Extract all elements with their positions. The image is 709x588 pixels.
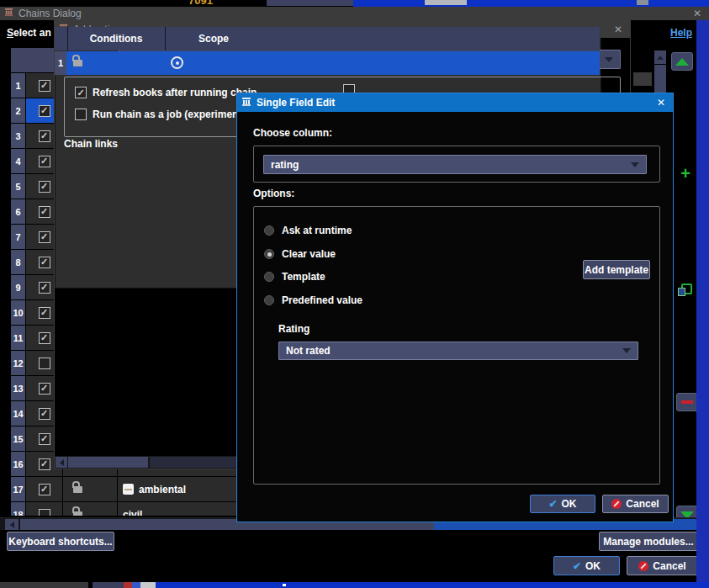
scope-target-icon	[171, 56, 183, 69]
chain-name-cell[interactable]: ambiental	[118, 477, 238, 501]
row-number: 7	[11, 225, 25, 249]
sfe-ok-button[interactable]: ✔OK	[530, 495, 595, 513]
chain-name-cell[interactable]: civil	[118, 502, 238, 516]
keyboard-shortcuts-button[interactable]: Keyboard shortcuts...	[7, 532, 114, 551]
row-number: 1	[11, 73, 25, 98]
main-window-top-edge: 7091	[0, 0, 709, 7]
conditions-column-header[interactable]: Conditions	[67, 27, 164, 50]
chain-enabled-checkbox[interactable]: ✓	[39, 156, 50, 167]
radio-icon[interactable]	[264, 225, 274, 236]
run-job-checkbox[interactable]: ✓	[75, 109, 87, 120]
add-chain-button[interactable]: +	[675, 164, 696, 183]
scroll-left-icon[interactable]	[5, 519, 19, 530]
radio-icon[interactable]	[264, 272, 274, 282]
chain-link-row[interactable]: 1	[55, 51, 600, 75]
run-job-label: Run chain as a job (experimental)	[93, 109, 253, 120]
radio-ask-at-runtime[interactable]: Ask at runtime	[264, 225, 352, 236]
scroll-up-icon[interactable]	[654, 50, 666, 64]
add-template-button[interactable]: Add template	[583, 260, 650, 279]
single-field-edit-icon	[241, 97, 251, 109]
single-field-edit-titlebar[interactable]: Single Field Edit ✕	[237, 93, 673, 112]
rating-combobox[interactable]: Not rated	[278, 342, 638, 360]
choose-column-label: Choose column:	[253, 127, 332, 139]
main-window-blue-row	[353, 0, 709, 7]
chain-lock-cell[interactable]	[63, 502, 117, 516]
chains-ok-button[interactable]: ✔OK	[553, 556, 620, 575]
manage-modules-button[interactable]: Manage modules...	[599, 532, 698, 551]
chain-enabled-checkbox[interactable]: ✓	[39, 231, 50, 243]
chain-enabled-checkbox[interactable]: ✓	[39, 282, 50, 294]
sfe-cancel-button[interactable]: Cancel	[602, 495, 669, 513]
select-and-configure-label: Select an	[7, 27, 51, 39]
single-field-edit-close-icon[interactable]: ✕	[649, 97, 673, 109]
radio-clear-value[interactable]: Clear value	[264, 248, 336, 260]
chains-dialog-titlebar[interactable]: Chains Dialog ✕	[0, 7, 709, 20]
row-number: 4	[11, 149, 25, 173]
move-up-button[interactable]	[671, 52, 693, 71]
copy-icon	[681, 283, 692, 294]
add-actions-close-icon[interactable]: ✕	[606, 24, 630, 35]
cancel-icon	[611, 499, 622, 509]
chevron-down-icon	[616, 348, 638, 353]
row-number: 18	[11, 502, 25, 516]
chain-enabled-checkbox[interactable]: ✓	[39, 105, 50, 117]
chain-enabled-cell[interactable]: ✓	[26, 502, 62, 516]
chain-enabled-checkbox[interactable]: ✓	[39, 509, 50, 516]
ok-check-icon: ✔	[548, 498, 557, 510]
chain-name: ambiental	[139, 484, 186, 495]
column-combobox[interactable]: rating	[263, 155, 647, 174]
chain-enabled-cell[interactable]: ✓	[26, 477, 62, 501]
row-number: 8	[11, 250, 25, 274]
copy-chain-button[interactable]	[675, 279, 697, 298]
chain-enabled-checkbox[interactable]: ✓	[39, 358, 50, 369]
chains-dialog-icon	[4, 8, 13, 19]
chain-row-17[interactable]: 17✓ambiental	[11, 477, 238, 501]
ok-check-icon: ✔	[573, 560, 581, 572]
row-number: 10	[11, 300, 25, 325]
chain-enabled-checkbox[interactable]: ✓	[39, 458, 50, 470]
refresh-books-checkbox[interactable]: ✓	[75, 87, 87, 98]
lock-icon	[73, 511, 82, 516]
chains-cancel-button[interactable]: Cancel	[627, 556, 698, 575]
chain-enabled-checkbox[interactable]: ✓	[39, 484, 50, 495]
radio-template[interactable]: Template	[264, 271, 325, 283]
row-number: 11	[11, 326, 25, 350]
chains-dialog-close-icon[interactable]: ✕	[685, 8, 709, 19]
chain-row-18[interactable]: 18✓civil	[11, 502, 238, 516]
refresh-books-label: Refresh books after running chain	[93, 87, 257, 98]
chain-enabled-checkbox[interactable]: ✓	[39, 206, 50, 218]
chain-links-table-header: Conditions Scope	[55, 27, 600, 50]
help-link[interactable]: Help	[670, 27, 692, 39]
scroll-left-icon[interactable]	[56, 457, 67, 468]
chain-enabled-checkbox[interactable]: ✓	[39, 332, 50, 344]
chain-enabled-checkbox[interactable]: ✓	[39, 408, 50, 420]
chain-enabled-checkbox[interactable]: ✓	[39, 130, 50, 142]
chains-dialog-title: Chains Dialog	[19, 8, 685, 19]
radio-icon[interactable]	[264, 249, 274, 259]
row-number: 13	[11, 376, 25, 400]
main-window-right-edge	[696, 20, 709, 588]
chevron-down-icon	[624, 162, 646, 167]
radio-icon[interactable]	[264, 295, 274, 305]
run-job-checkbox-row[interactable]: ✓ Run chain as a job (experimental)	[75, 109, 253, 120]
row-number: 9	[11, 275, 25, 299]
chain-enabled-checkbox[interactable]: ✓	[39, 383, 50, 395]
main-window-tab-fragment	[425, 0, 467, 5]
remove-chain-button[interactable]	[676, 393, 698, 411]
chain-enabled-checkbox[interactable]: ✓	[39, 80, 50, 92]
chain-lock-cell[interactable]	[63, 477, 117, 501]
chain-enabled-checkbox[interactable]: ✓	[39, 307, 50, 319]
chain-enabled-checkbox[interactable]: ✓	[39, 181, 50, 193]
scope-column-header[interactable]: Scope	[165, 27, 262, 50]
row-number: 15	[11, 426, 25, 451]
row-number: 6	[11, 199, 25, 224]
refresh-books-checkbox-row[interactable]: ✓ Refresh books after running chain	[75, 87, 257, 98]
radio-predefined-value[interactable]: Predefined value	[264, 294, 362, 306]
window-fragment	[633, 72, 652, 86]
chain-enabled-checkbox[interactable]: ✓	[39, 433, 50, 445]
selected-chain-link[interactable]	[66, 51, 600, 75]
chain-enabled-checkbox[interactable]: ✓	[39, 257, 50, 268]
row-number: 17	[11, 477, 25, 501]
lock-icon	[73, 486, 82, 493]
chain-links-scrollbar-thumb[interactable]	[68, 457, 148, 468]
